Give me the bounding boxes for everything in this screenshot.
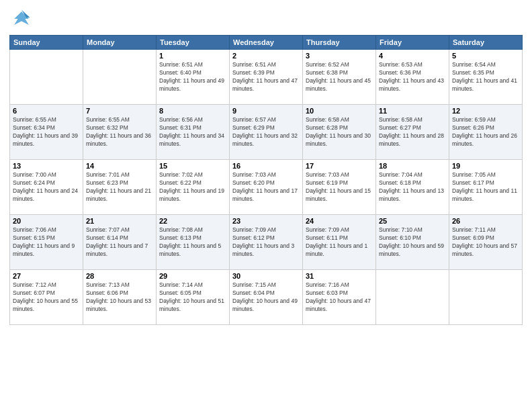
day-info: Sunrise: 7:14 AM Sunset: 6:05 PM Dayligh…: [159, 281, 226, 314]
day-number: 17: [306, 162, 373, 170]
table-row: [10, 50, 83, 105]
table-row: 2Sunrise: 6:51 AM Sunset: 6:39 PM Daylig…: [230, 50, 303, 105]
day-info: Sunrise: 7:12 AM Sunset: 6:07 PM Dayligh…: [13, 281, 80, 314]
day-number: 29: [159, 272, 226, 280]
header: [9, 7, 523, 31]
day-number: 15: [159, 162, 226, 170]
day-number: 9: [232, 107, 300, 115]
table-row: 30Sunrise: 7:15 AM Sunset: 6:04 PM Dayli…: [230, 270, 303, 325]
day-info: Sunrise: 7:11 AM Sunset: 6:09 PM Dayligh…: [452, 226, 519, 259]
day-info: Sunrise: 7:06 AM Sunset: 6:15 PM Dayligh…: [13, 226, 80, 259]
table-row: 19Sunrise: 7:05 AM Sunset: 6:17 PM Dayli…: [449, 160, 523, 215]
table-row: 5Sunrise: 6:54 AM Sunset: 6:35 PM Daylig…: [449, 50, 523, 105]
day-info: Sunrise: 6:59 AM Sunset: 6:26 PM Dayligh…: [452, 116, 519, 148]
header-friday: Friday: [376, 36, 449, 50]
svg-marker-0: [14, 11, 29, 25]
day-info: Sunrise: 7:13 AM Sunset: 6:06 PM Dayligh…: [86, 281, 153, 314]
day-info: Sunrise: 7:09 AM Sunset: 6:12 PM Dayligh…: [232, 226, 300, 259]
table-row: 15Sunrise: 7:02 AM Sunset: 6:22 PM Dayli…: [157, 160, 230, 215]
day-info: Sunrise: 7:10 AM Sunset: 6:10 PM Dayligh…: [379, 226, 446, 259]
calendar-week-row: 6Sunrise: 6:55 AM Sunset: 6:34 PM Daylig…: [10, 105, 523, 160]
day-number: 30: [232, 272, 300, 280]
day-number: 20: [13, 217, 80, 225]
day-info: Sunrise: 6:54 AM Sunset: 6:35 PM Dayligh…: [452, 61, 519, 93]
day-info: Sunrise: 6:56 AM Sunset: 6:31 PM Dayligh…: [159, 116, 226, 148]
table-row: 14Sunrise: 7:01 AM Sunset: 6:23 PM Dayli…: [83, 160, 157, 215]
day-info: Sunrise: 6:53 AM Sunset: 6:36 PM Dayligh…: [379, 61, 446, 93]
logo: [9, 7, 36, 31]
header-tuesday: Tuesday: [157, 36, 230, 50]
day-info: Sunrise: 7:01 AM Sunset: 6:23 PM Dayligh…: [86, 171, 153, 203]
day-number: 19: [452, 162, 519, 170]
table-row: 20Sunrise: 7:06 AM Sunset: 6:15 PM Dayli…: [10, 215, 83, 270]
day-info: Sunrise: 6:57 AM Sunset: 6:29 PM Dayligh…: [232, 116, 300, 148]
day-number: 10: [306, 107, 373, 115]
day-info: Sunrise: 6:52 AM Sunset: 6:38 PM Dayligh…: [306, 61, 373, 93]
table-row: 21Sunrise: 7:07 AM Sunset: 6:14 PM Dayli…: [83, 215, 157, 270]
day-number: 6: [13, 107, 80, 115]
day-number: 22: [159, 217, 226, 225]
table-row: 13Sunrise: 7:00 AM Sunset: 6:24 PM Dayli…: [10, 160, 83, 215]
calendar-page: Sunday Monday Tuesday Wednesday Thursday…: [0, 0, 532, 411]
header-thursday: Thursday: [303, 36, 376, 50]
table-row: 25Sunrise: 7:10 AM Sunset: 6:10 PM Dayli…: [376, 215, 449, 270]
day-info: Sunrise: 6:51 AM Sunset: 6:39 PM Dayligh…: [232, 61, 300, 93]
day-number: 28: [86, 272, 153, 280]
day-number: 18: [379, 162, 446, 170]
day-info: Sunrise: 6:58 AM Sunset: 6:28 PM Dayligh…: [306, 116, 373, 148]
calendar-week-row: 20Sunrise: 7:06 AM Sunset: 6:15 PM Dayli…: [10, 215, 523, 270]
table-row: 22Sunrise: 7:08 AM Sunset: 6:13 PM Dayli…: [157, 215, 230, 270]
table-row: 27Sunrise: 7:12 AM Sunset: 6:07 PM Dayli…: [10, 270, 83, 325]
table-row: 16Sunrise: 7:03 AM Sunset: 6:20 PM Dayli…: [230, 160, 303, 215]
day-info: Sunrise: 7:16 AM Sunset: 6:03 PM Dayligh…: [306, 281, 373, 314]
day-info: Sunrise: 6:55 AM Sunset: 6:32 PM Dayligh…: [86, 116, 153, 148]
table-row: 31Sunrise: 7:16 AM Sunset: 6:03 PM Dayli…: [303, 270, 376, 325]
day-info: Sunrise: 6:55 AM Sunset: 6:34 PM Dayligh…: [13, 116, 80, 148]
day-number: 1: [159, 52, 226, 60]
day-info: Sunrise: 7:08 AM Sunset: 6:13 PM Dayligh…: [159, 226, 226, 259]
day-number: 2: [232, 52, 300, 60]
day-number: 7: [86, 107, 153, 115]
table-row: 4Sunrise: 6:53 AM Sunset: 6:36 PM Daylig…: [376, 50, 449, 105]
day-number: 23: [232, 217, 300, 225]
day-number: 11: [379, 107, 446, 115]
day-number: 16: [232, 162, 300, 170]
table-row: 11Sunrise: 6:58 AM Sunset: 6:27 PM Dayli…: [376, 105, 449, 160]
table-row: [83, 50, 157, 105]
day-number: 5: [452, 52, 519, 60]
day-number: 4: [379, 52, 446, 60]
day-number: 27: [13, 272, 80, 280]
table-row: 7Sunrise: 6:55 AM Sunset: 6:32 PM Daylig…: [83, 105, 157, 160]
calendar-week-row: 1Sunrise: 6:51 AM Sunset: 6:40 PM Daylig…: [10, 50, 523, 105]
day-number: 31: [306, 272, 373, 280]
table-row: [376, 270, 449, 325]
table-row: 24Sunrise: 7:09 AM Sunset: 6:11 PM Dayli…: [303, 215, 376, 270]
logo-icon: [9, 7, 34, 31]
day-info: Sunrise: 6:58 AM Sunset: 6:27 PM Dayligh…: [379, 116, 446, 148]
day-info: Sunrise: 6:51 AM Sunset: 6:40 PM Dayligh…: [159, 61, 226, 93]
day-number: 3: [306, 52, 373, 60]
day-info: Sunrise: 7:15 AM Sunset: 6:04 PM Dayligh…: [232, 281, 300, 314]
header-wednesday: Wednesday: [230, 36, 303, 50]
day-info: Sunrise: 7:00 AM Sunset: 6:24 PM Dayligh…: [13, 171, 80, 203]
day-number: 8: [159, 107, 226, 115]
table-row: 23Sunrise: 7:09 AM Sunset: 6:12 PM Dayli…: [230, 215, 303, 270]
calendar-week-row: 27Sunrise: 7:12 AM Sunset: 6:07 PM Dayli…: [10, 270, 523, 325]
calendar-table: Sunday Monday Tuesday Wednesday Thursday…: [9, 35, 523, 325]
day-number: 12: [452, 107, 519, 115]
table-row: 9Sunrise: 6:57 AM Sunset: 6:29 PM Daylig…: [230, 105, 303, 160]
day-number: 24: [306, 217, 373, 225]
day-info: Sunrise: 7:04 AM Sunset: 6:18 PM Dayligh…: [379, 171, 446, 203]
day-info: Sunrise: 7:03 AM Sunset: 6:20 PM Dayligh…: [232, 171, 300, 203]
table-row: 28Sunrise: 7:13 AM Sunset: 6:06 PM Dayli…: [83, 270, 157, 325]
day-number: 21: [86, 217, 153, 225]
calendar-week-row: 13Sunrise: 7:00 AM Sunset: 6:24 PM Dayli…: [10, 160, 523, 215]
day-info: Sunrise: 7:07 AM Sunset: 6:14 PM Dayligh…: [86, 226, 153, 259]
table-row: 6Sunrise: 6:55 AM Sunset: 6:34 PM Daylig…: [10, 105, 83, 160]
table-row: 10Sunrise: 6:58 AM Sunset: 6:28 PM Dayli…: [303, 105, 376, 160]
day-number: 13: [13, 162, 80, 170]
day-info: Sunrise: 7:03 AM Sunset: 6:19 PM Dayligh…: [306, 171, 373, 203]
day-info: Sunrise: 7:09 AM Sunset: 6:11 PM Dayligh…: [306, 226, 373, 259]
day-number: 14: [86, 162, 153, 170]
day-info: Sunrise: 7:05 AM Sunset: 6:17 PM Dayligh…: [452, 171, 519, 203]
